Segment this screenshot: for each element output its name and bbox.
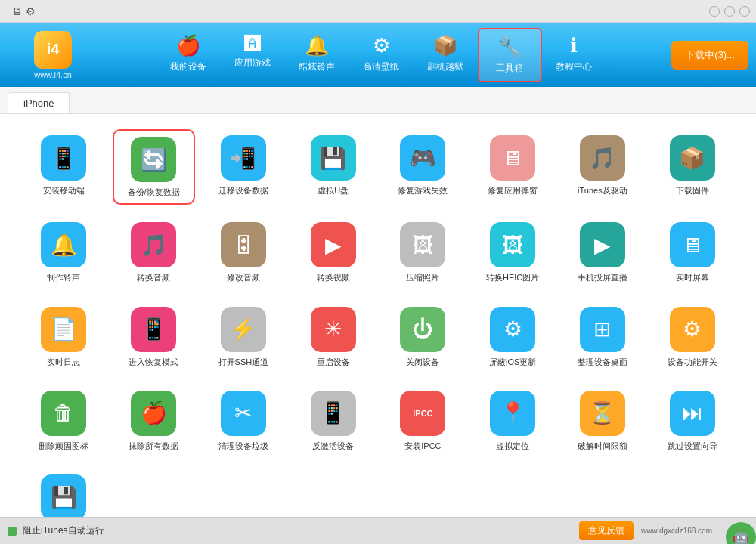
icon-label-convert-heic: 转换HEIC图片 (486, 272, 539, 283)
icon-item-device-toggle[interactable]: ⚙设备功能开关 (651, 301, 733, 373)
icon-item-screen-cast[interactable]: ▶手机投屏直播 (562, 216, 644, 289)
icon-label-virtual-location: 虚拟定位 (496, 440, 529, 451)
nav-ringtone[interactable]: 🔔 酷炫铃声 (285, 28, 349, 82)
icon-box-open-ssh: ⚡ (221, 307, 266, 352)
icon-item-convert-audio[interactable]: 🎵转换音频 (113, 216, 195, 289)
icon-item-download-firmware[interactable]: 📦下载固件 (651, 129, 733, 205)
icon-label-make-ringtone: 制作铃声 (47, 272, 80, 283)
nav-tutorial[interactable]: ℹ 教程中心 (542, 28, 606, 82)
icon-item-skip-setup[interactable]: ⏭跳过设置向导 (651, 385, 733, 457)
icon-label-open-ssh: 打开SSH通道 (218, 357, 269, 367)
icon-item-virtual-usb[interactable]: 💾虚拟U盘 (292, 129, 374, 205)
nav-toolbox[interactable]: 🔧 工具箱 (478, 28, 542, 82)
nav-my-device[interactable]: 🍎 我的设备 (156, 28, 221, 82)
icon-box-real-log: 📄 (41, 307, 86, 352)
icon-item-clean-junk[interactable]: ✂清理设备垃圾 (203, 385, 285, 457)
icon-box-fix-popup: 🖥 (490, 135, 535, 181)
icon-box-itunes-driver: 🎵 (580, 135, 625, 181)
icon-item-fix-game[interactable]: 🎮修复游戏失效 (382, 129, 464, 205)
icon-label-virtual-usb: 虚拟U盘 (318, 185, 349, 196)
icon-item-remove-stubborn[interactable]: 🗑删除顽固图标 (23, 385, 105, 457)
icon-box-convert-heic: 🖼 (490, 222, 535, 267)
icon-box-remove-stubborn: 🗑 (41, 391, 86, 436)
icon-item-edit-audio[interactable]: 🎛修改音频 (203, 216, 285, 289)
download-button[interactable]: 下载中(3)... (671, 41, 748, 70)
icon-item-virtual-location[interactable]: 📍虚拟定位 (472, 385, 554, 457)
icon-label-real-log: 实时日志 (47, 357, 80, 367)
icon-item-break-time[interactable]: ⏳破解时间限额 (562, 385, 644, 457)
close-button[interactable]: ✕ (739, 6, 750, 17)
icon-label-block-update: 屏蔽iOS更新 (489, 357, 536, 367)
icon-item-install-mobile[interactable]: 📱安装移动端 (23, 129, 105, 205)
icon-box-restart-device: ✳ (311, 307, 356, 352)
icon-box-organize-desktop: ⊞ (580, 307, 625, 352)
icon-item-recovery-mode[interactable]: 📱进入恢复模式 (113, 301, 195, 373)
icon-label-itunes-driver: iTunes及驱动 (578, 185, 627, 196)
minimize-button[interactable]: — (709, 6, 720, 17)
icon-item-migrate-data[interactable]: 📲迁移设备数据 (203, 129, 285, 205)
icon-label-fix-popup: 修复应用弹窗 (488, 185, 538, 196)
icon-item-deactivate[interactable]: 📱反激活设备 (292, 385, 374, 457)
feedback-button[interactable]: 意见反馈 (579, 521, 634, 540)
icon-item-open-ssh[interactable]: ⚡打开SSH通道 (203, 301, 285, 373)
icon-label-convert-video: 转换视频 (317, 272, 350, 283)
icon-label-screen-cast: 手机投屏直播 (578, 272, 627, 283)
icon-box-fix-game: 🎮 (400, 135, 445, 181)
titlebar-system-icons: 🖥 ⚙ (12, 5, 36, 17)
icon-item-make-ringtone[interactable]: 🔔制作铃声 (23, 216, 105, 289)
icon-item-itunes-driver[interactable]: 🎵iTunes及驱动 (562, 129, 644, 205)
icon-item-restart-device[interactable]: ✳重启设备 (292, 301, 374, 373)
iphone-tab[interactable]: iPhone (8, 92, 70, 113)
icon-box-clean-junk: ✂ (221, 391, 266, 436)
icon-box-block-update: ⚙ (490, 307, 535, 352)
nav-tutorial-label: 教程中心 (556, 60, 592, 73)
icon-label-install-ipcc: 安装IPCC (404, 440, 441, 451)
icon-box-download-firmware: 📦 (670, 135, 715, 181)
icon-item-convert-video[interactable]: ▶转换视频 (292, 216, 374, 289)
titlebar: 🖥 ⚙ — □ ✕ (0, 0, 756, 23)
icon-box-erase-all: 🍎 (131, 391, 176, 436)
icon-item-compress-photo[interactable]: 🖼压缩照片 (382, 216, 464, 289)
icon-item-install-ipcc[interactable]: IPCC安装IPCC (382, 385, 464, 457)
icon-label-fix-game: 修复游戏失效 (398, 185, 448, 196)
maximize-button[interactable]: □ (724, 6, 735, 17)
statusbar: 阻止iTunes自动运行 意见反馈 www.dgxcdz168.com 🤖 (0, 517, 756, 544)
nav-jailbreak[interactable]: 📦 刷机越狱 (414, 28, 478, 82)
box-icon: 📦 (433, 34, 457, 57)
watermark-area: www.dgxcdz168.com 🤖 (641, 516, 748, 545)
watermark-text: www.dgxcdz168.com (641, 527, 712, 535)
icon-item-shutdown-device[interactable]: ⏻关闭设备 (382, 301, 464, 373)
icon-box-break-time: ⏳ (580, 391, 625, 436)
icon-box-recovery-mode: 📱 (131, 307, 176, 352)
nav-toolbox-label: 工具箱 (496, 62, 523, 75)
icon-item-fix-popup[interactable]: 🖥修复应用弹窗 (472, 129, 554, 205)
nav-app-game[interactable]: 🅰 应用游戏 (221, 28, 285, 82)
icon-label-migrate-data: 迁移设备数据 (218, 185, 268, 196)
icon-item-real-screen[interactable]: 🖥实时屏幕 (651, 216, 733, 289)
icon-item-block-update[interactable]: ⚙屏蔽iOS更新 (472, 301, 554, 373)
icon-item-real-log[interactable]: 📄实时日志 (23, 301, 105, 373)
icon-label-erase-all: 抹除所有数据 (129, 440, 178, 451)
icon-item-convert-heic[interactable]: 🖼转换HEIC图片 (472, 216, 554, 289)
icon-grid: 📱安装移动端🔄备份/恢复数据📲迁移设备数据💾虚拟U盘🎮修复游戏失效🖥修复应用弹窗… (23, 129, 733, 517)
apple-icon: 🍎 (176, 34, 200, 57)
icon-box-install-mobile: 📱 (41, 135, 86, 181)
icon-box-virtual-location: 📍 (490, 391, 535, 436)
icon-item-backup-restore[interactable]: 🔄备份/恢复数据 (113, 129, 195, 205)
icon-box-compress-photo: 🖼 (400, 222, 445, 267)
bell-icon: 🔔 (305, 34, 329, 57)
icon-label-download-firmware: 下载固件 (676, 185, 709, 196)
icon-box-shutdown-device: ⏻ (400, 307, 445, 352)
status-left: 阻止iTunes自动运行 (8, 524, 579, 537)
icon-item-organize-desktop[interactable]: ⊞整理设备桌面 (562, 301, 644, 373)
tabbar: iPhone (0, 87, 756, 114)
logo-icon: i4 (34, 31, 72, 69)
nav-wallpaper[interactable]: ⚙ 高清壁纸 (349, 28, 414, 82)
icon-box-real-screen: 🖥 (670, 222, 715, 267)
logo-area: i4 www.i4.cn (8, 31, 98, 79)
icon-item-erase-all[interactable]: 🍎抹除所有数据 (113, 385, 195, 457)
icon-item-backup-sector[interactable]: 💾备份引导区数据 (23, 468, 105, 517)
icon-box-convert-video: ▶ (311, 222, 356, 267)
icon-label-deactivate: 反激活设备 (312, 440, 354, 451)
header: i4 www.i4.cn 🍎 我的设备 🅰 应用游戏 🔔 酷炫铃声 ⚙ 高清壁纸… (0, 23, 756, 87)
